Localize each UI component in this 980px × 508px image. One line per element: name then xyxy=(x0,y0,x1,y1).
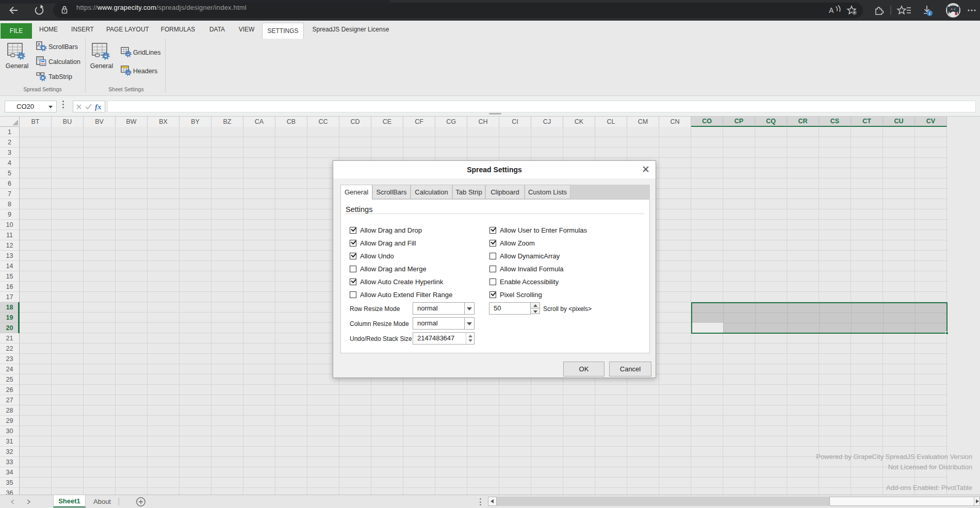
svg-text:A: A xyxy=(829,6,834,14)
svg-text:fx: fx xyxy=(95,103,102,111)
